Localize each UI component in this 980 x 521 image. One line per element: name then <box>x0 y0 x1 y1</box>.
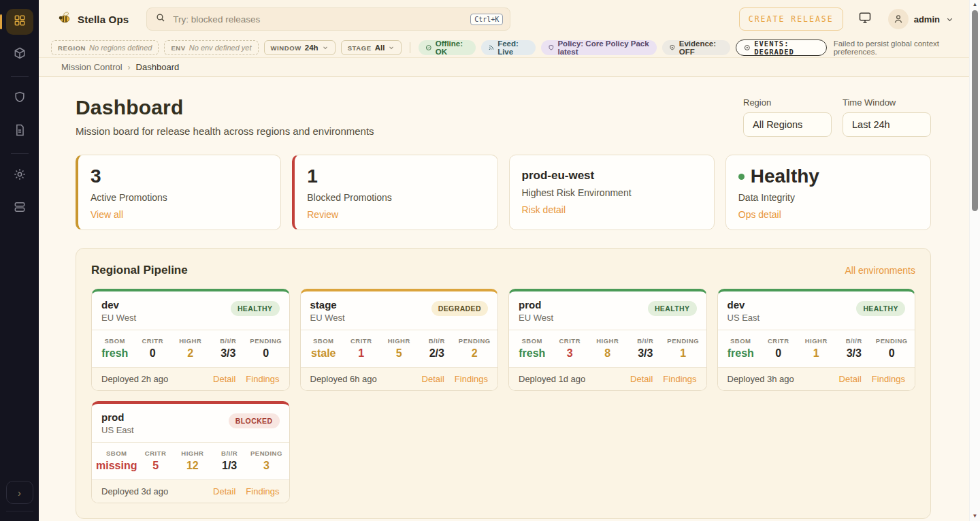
metric-sbom: fresh <box>513 347 551 360</box>
env-name: dev <box>101 299 136 311</box>
region-name: EU West <box>310 313 345 323</box>
metric-label-bir: B/I/R <box>211 449 248 457</box>
review-link[interactable]: Review <box>307 209 338 220</box>
breadcrumb-separator-icon: › <box>128 63 131 72</box>
toolbar-divider <box>410 42 410 53</box>
metric-bir: 3/3 <box>835 347 873 360</box>
env-name: stage <box>310 299 345 311</box>
server-icon <box>13 200 27 217</box>
detail-link[interactable]: Detail <box>213 374 235 384</box>
sidebar-item-settings[interactable] <box>6 163 33 189</box>
page-subtitle: Mission board for release health across … <box>76 125 374 137</box>
metric-label-bir: B/I/R <box>418 337 456 345</box>
vertical-scrollbar[interactable]: ▲ ▼ <box>969 0 980 521</box>
region-filter-label: Region <box>743 97 832 108</box>
deployed-text: Deployed 6h ago <box>310 374 412 384</box>
status-badge: HEALTHY <box>856 301 905 316</box>
stage-value: All <box>375 44 385 52</box>
display-mode-button[interactable] <box>858 11 872 27</box>
sidebar-item-releases[interactable] <box>6 42 33 67</box>
view-all-link[interactable]: View all <box>91 209 123 220</box>
user-name: admin <box>914 14 940 25</box>
metric-label-sbom: SBOM <box>722 337 760 345</box>
risk-detail-link[interactable]: Risk detail <box>522 204 566 215</box>
sidebar-item-security[interactable] <box>6 86 33 112</box>
breadcrumb: Mission Control › Dashboard <box>39 58 969 77</box>
detail-link[interactable]: Detail <box>422 374 444 384</box>
sidebar-item-infrastructure[interactable] <box>6 195 33 221</box>
window-context-pill[interactable]: WINDOW 24h <box>264 40 336 55</box>
events-status-pill[interactable]: EVENTS: DEGRADED <box>736 40 827 56</box>
region-name: US East <box>101 425 134 435</box>
region-name: EU West <box>101 313 136 323</box>
pipeline-card-dev-us-east: dev US East HEALTHY SBOMfresh CRITR0 HIG… <box>717 289 916 391</box>
window-label: WINDOW <box>271 44 301 52</box>
metric-critr: 0 <box>760 347 798 360</box>
pipeline-card-prod-eu-west: prod EU West HEALTHY SBOMfresh CRITR3 HI… <box>508 289 707 391</box>
metric-highr: 12 <box>174 460 211 472</box>
env-value: No env defined yet <box>189 44 252 52</box>
metric-label-highr: HIGHR <box>589 337 627 345</box>
metric-label-bir: B/I/R <box>627 337 665 345</box>
highest-risk-label: Highest Risk Environment <box>522 187 702 198</box>
metric-bir: 3/3 <box>210 347 248 360</box>
findings-link[interactable]: Findings <box>455 374 488 384</box>
events-status-text: EVENTS: DEGRADED <box>754 40 818 56</box>
breadcrumb-current: Dashboard <box>136 62 180 72</box>
env-label: ENV <box>171 44 185 52</box>
detail-link[interactable]: Detail <box>630 374 653 384</box>
findings-link[interactable]: Findings <box>663 374 696 384</box>
create-release-button[interactable]: CREATE RELEASE <box>739 7 843 31</box>
metric-label-critr: CRITR <box>551 337 589 345</box>
evidence-status-pill[interactable]: Evidence: OFF <box>662 40 730 55</box>
findings-link[interactable]: Findings <box>246 374 279 384</box>
search-shortcut-badge: Ctrl+K <box>470 14 503 25</box>
time-window-filter-select[interactable]: Last 24h <box>843 112 931 137</box>
findings-link[interactable]: Findings <box>246 486 279 496</box>
breadcrumb-parent[interactable]: Mission Control <box>61 62 122 72</box>
feed-status-pill[interactable]: Feed: Live <box>481 40 536 55</box>
search-input[interactable] <box>173 14 463 25</box>
stage-context-pill[interactable]: STAGE All <box>341 40 402 55</box>
findings-link[interactable]: Findings <box>872 374 905 384</box>
main-content: Dashboard Mission board for release heal… <box>39 77 969 521</box>
detail-link[interactable]: Detail <box>839 374 862 384</box>
metric-highr: 1 <box>798 347 836 360</box>
metric-sbom: missing <box>96 460 137 472</box>
metric-pending: 3 <box>248 460 284 472</box>
scrollbar-thumb[interactable] <box>972 10 978 211</box>
scroll-down-arrow-icon[interactable]: ▼ <box>973 511 978 521</box>
region-filter-select[interactable]: All Regions <box>743 112 832 137</box>
status-badge: HEALTHY <box>231 301 280 316</box>
shield-icon <box>548 44 555 52</box>
metric-label-highr: HIGHR <box>798 337 836 345</box>
active-promotions-value: 3 <box>91 166 268 187</box>
metric-highr: 5 <box>380 347 419 360</box>
sidebar-item-dashboard[interactable] <box>6 9 33 35</box>
env-context-pill[interactable]: ENV No env defined yet <box>164 40 258 55</box>
sidebar-item-documents[interactable] <box>6 119 33 144</box>
region-context-pill[interactable]: REGION No regions defined <box>51 40 159 55</box>
region-name: EU West <box>519 313 553 323</box>
context-toolbar: REGION No regions defined ENV No env def… <box>39 38 969 58</box>
monitor-icon <box>858 11 872 27</box>
time-window-filter: Time Window Last 24h <box>843 97 931 137</box>
metric-sbom: stale <box>305 347 343 360</box>
all-environments-link[interactable]: All environments <box>845 265 916 276</box>
search-icon <box>155 12 166 26</box>
metric-label-highr: HIGHR <box>380 337 419 345</box>
package-icon <box>13 46 27 63</box>
metric-highr: 8 <box>589 347 627 360</box>
scroll-up-arrow-icon[interactable]: ▲ <box>973 0 978 10</box>
avatar <box>888 9 909 29</box>
sidebar-expand-button[interactable]: › <box>6 481 33 504</box>
offline-status-pill[interactable]: Offline: OK <box>419 40 475 55</box>
metric-label-critr: CRITR <box>760 337 798 345</box>
ops-detail-link[interactable]: Ops detail <box>738 209 781 220</box>
bee-logo-icon <box>56 10 71 28</box>
detail-link[interactable]: Detail <box>213 486 235 496</box>
global-search[interactable]: Ctrl+K <box>146 7 510 31</box>
check-circle-icon <box>425 44 432 52</box>
user-menu[interactable]: admin <box>888 9 954 29</box>
policy-status-pill[interactable]: Policy: Core Policy Pack latest <box>541 40 657 55</box>
